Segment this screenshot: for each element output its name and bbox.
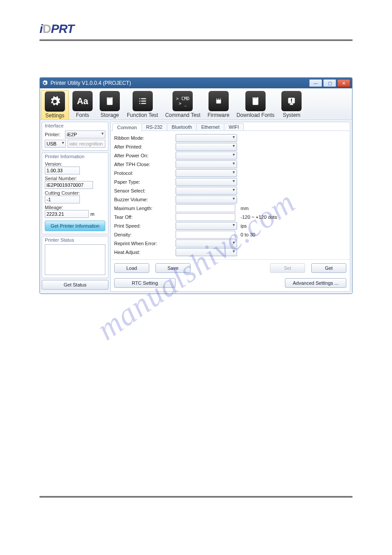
serial-field bbox=[45, 181, 93, 189]
get-button[interactable]: Get bbox=[311, 263, 346, 273]
interface-group: Interface Printer: bbox=[42, 122, 108, 151]
form-row: Print Speed:ips bbox=[114, 221, 347, 230]
printer-label: Printer: bbox=[45, 132, 63, 137]
mileage-field bbox=[45, 210, 89, 218]
svg-rect-7 bbox=[141, 101, 146, 102]
svg-rect-17 bbox=[256, 96, 257, 98]
load-button[interactable]: Load bbox=[114, 263, 149, 273]
font-icon: Aa bbox=[72, 91, 93, 111]
get-status-button[interactable]: Get Status bbox=[42, 280, 108, 290]
toolbar-fonts[interactable]: Aa Fonts bbox=[69, 90, 96, 120]
toolbar-firmware[interactable]: Firmware bbox=[204, 90, 233, 120]
connection-select[interactable] bbox=[45, 140, 66, 148]
field-combo[interactable] bbox=[176, 152, 237, 160]
field-label: Density: bbox=[114, 232, 176, 237]
toolbar-label: Storage bbox=[100, 112, 120, 118]
toolbar-download-fonts[interactable]: Download Fonts bbox=[233, 90, 278, 120]
field-unit: 0 to 30 bbox=[241, 232, 347, 237]
svg-rect-15 bbox=[254, 96, 254, 98]
brand-logo: iDPRT bbox=[40, 22, 352, 36]
form-row: Reprint When Error: bbox=[114, 239, 347, 248]
svg-rect-10 bbox=[216, 100, 221, 104]
field-unit: -120 ~ +120 dots bbox=[241, 214, 347, 220]
tab-ethernet[interactable]: Ethernet bbox=[196, 123, 224, 131]
tab-wifi[interactable]: WIFI bbox=[224, 123, 244, 131]
get-printer-info-button[interactable]: Get Printer Information bbox=[45, 221, 105, 231]
field-label: Paper Type: bbox=[114, 179, 176, 185]
mileage-unit: m bbox=[90, 211, 94, 217]
form-row: Heat Adjust: bbox=[114, 248, 347, 257]
field-combo[interactable] bbox=[176, 239, 237, 247]
field-label: Tear Off: bbox=[114, 214, 176, 220]
titlebar: Printer Utility V1.0.0.4 (PROJECT) — ▢ ✕ bbox=[40, 78, 352, 88]
field-label: Buzzer Volume: bbox=[114, 197, 176, 202]
field-unit: ips bbox=[241, 223, 347, 229]
svg-rect-20 bbox=[291, 102, 292, 102]
printer-info-group: Printer Information Version: Serial Numb… bbox=[42, 152, 108, 234]
toolbar-settings[interactable]: Settings bbox=[41, 90, 69, 120]
field-combo[interactable] bbox=[176, 187, 237, 195]
field-label: Maximum Length: bbox=[114, 206, 176, 211]
chip-icon bbox=[209, 91, 229, 111]
field-combo[interactable] bbox=[176, 134, 237, 142]
serial-label: Serial Number: bbox=[45, 176, 105, 181]
status-display bbox=[45, 244, 105, 275]
tab-bluetooth[interactable]: Bluetooth bbox=[167, 123, 197, 131]
tab-rs232[interactable]: RS-232 bbox=[141, 123, 167, 131]
form-row: After Power On: bbox=[114, 151, 347, 160]
field-input[interactable] bbox=[176, 231, 235, 239]
field-input[interactable] bbox=[176, 213, 235, 221]
minimize-button[interactable]: — bbox=[309, 79, 322, 87]
field-combo[interactable] bbox=[176, 169, 237, 177]
list-icon bbox=[133, 91, 153, 111]
cutting-field bbox=[45, 196, 80, 203]
toolbar-storage[interactable]: Storage bbox=[96, 90, 123, 120]
field-combo[interactable] bbox=[176, 143, 237, 151]
toolbar-function-test[interactable]: Function Test bbox=[123, 90, 162, 120]
svg-rect-16 bbox=[255, 96, 255, 98]
field-label: Heat Adjust: bbox=[114, 250, 176, 255]
group-title: Printer Information bbox=[45, 154, 105, 159]
field-label: Sensor Select: bbox=[114, 188, 176, 193]
toolbar-command-test[interactable]: > CMD > _ Command Test bbox=[162, 90, 204, 120]
header-rule bbox=[40, 40, 352, 41]
settings-tabs: Common RS-232 Bluetooth Ethernet WIFI bbox=[111, 122, 350, 131]
gear-icon bbox=[45, 91, 65, 112]
field-label: After TPH Close: bbox=[114, 162, 176, 167]
toolbar-label: Download Fonts bbox=[237, 112, 275, 118]
field-combo[interactable] bbox=[176, 178, 237, 186]
group-title: Printer Status bbox=[45, 237, 105, 243]
set-button[interactable]: Set bbox=[270, 263, 305, 273]
field-label: After Power On: bbox=[114, 153, 176, 158]
mileage-label: Mileage: bbox=[45, 205, 105, 210]
form-row: Tear Off:-120 ~ +120 dots bbox=[114, 213, 347, 221]
notepad-icon bbox=[245, 91, 266, 111]
main-toolbar: Settings Aa Fonts Storage Function Test … bbox=[40, 88, 352, 120]
form-row: Buzzer Volume: bbox=[114, 195, 347, 204]
field-label: Reprint When Error: bbox=[114, 241, 176, 246]
cutting-label: Cutting Counter: bbox=[45, 190, 105, 196]
advanced-settings-button[interactable]: Advanced Settings ... bbox=[285, 278, 346, 288]
toolbar-label: System bbox=[281, 112, 302, 118]
rtc-setting-button[interactable]: RTC Setting bbox=[114, 278, 176, 288]
field-combo[interactable] bbox=[176, 196, 237, 203]
tab-common[interactable]: Common bbox=[112, 123, 142, 131]
form-row: Paper Type: bbox=[114, 178, 347, 186]
alert-icon bbox=[281, 91, 302, 111]
field-label: Print Speed: bbox=[114, 223, 176, 229]
printer-select[interactable] bbox=[65, 131, 105, 138]
field-input[interactable] bbox=[176, 204, 235, 212]
toolbar-system[interactable]: System bbox=[278, 90, 305, 120]
field-label: Ribbon Mode: bbox=[114, 135, 176, 141]
field-combo[interactable] bbox=[176, 248, 237, 256]
field-label: Protocol: bbox=[114, 170, 176, 176]
svg-rect-14 bbox=[253, 97, 259, 105]
form-row: After Printed: bbox=[114, 142, 347, 151]
close-button[interactable]: ✕ bbox=[337, 79, 350, 87]
save-button[interactable]: Save bbox=[155, 263, 191, 273]
field-combo[interactable] bbox=[176, 160, 237, 168]
footer-rule bbox=[40, 496, 352, 498]
group-title: Interface bbox=[45, 123, 105, 128]
field-combo[interactable] bbox=[176, 222, 237, 230]
maximize-button[interactable]: ▢ bbox=[323, 79, 336, 87]
